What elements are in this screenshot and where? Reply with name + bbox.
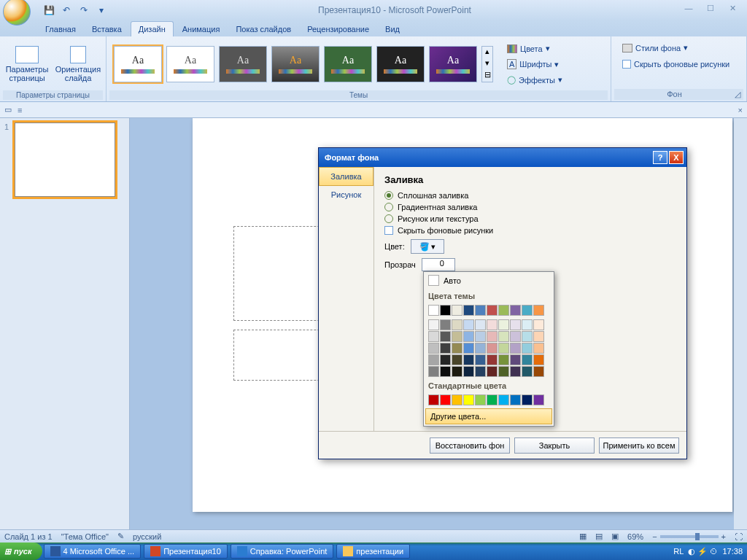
tab-animation[interactable]: Анимация bbox=[175, 22, 228, 36]
themes-next[interactable]: ▾ bbox=[482, 58, 492, 70]
color-swatch[interactable] bbox=[452, 366, 462, 377]
tab-design[interactable]: Дизайн bbox=[131, 21, 174, 36]
tab-home[interactable]: Главная bbox=[38, 22, 83, 36]
themes-more[interactable]: ⊟ bbox=[482, 70, 492, 82]
color-swatch[interactable] bbox=[428, 331, 439, 342]
color-swatch[interactable] bbox=[440, 319, 451, 330]
close-button[interactable]: ✕ bbox=[724, 4, 741, 17]
theme-fonts-button[interactable]: AШрифты ▾ bbox=[502, 57, 568, 71]
color-swatch[interactable] bbox=[452, 394, 462, 405]
theme-7[interactable]: Aa bbox=[429, 46, 477, 82]
start-button[interactable]: ⊞пуск bbox=[0, 542, 42, 560]
color-swatch[interactable] bbox=[510, 343, 521, 354]
color-swatch[interactable] bbox=[498, 394, 509, 405]
qat-customize-icon[interactable]: ▾ bbox=[93, 2, 109, 18]
task-help[interactable]: Справка: PowerPoint bbox=[231, 544, 334, 559]
color-swatch[interactable] bbox=[510, 354, 521, 365]
color-swatch[interactable] bbox=[533, 319, 544, 330]
qat-save-icon[interactable]: 💾 bbox=[41, 2, 57, 18]
color-swatch[interactable] bbox=[510, 394, 521, 405]
color-swatch[interactable] bbox=[533, 305, 544, 316]
color-dropdown[interactable]: 🪣▾ bbox=[411, 239, 444, 254]
color-swatch[interactable] bbox=[463, 394, 474, 405]
spellcheck-icon[interactable]: ✎ bbox=[117, 532, 124, 541]
color-swatch[interactable] bbox=[522, 319, 533, 330]
theme-5[interactable]: Aa bbox=[324, 46, 372, 82]
color-swatch[interactable] bbox=[522, 394, 533, 405]
color-swatch[interactable] bbox=[522, 354, 533, 365]
page-setup-button[interactable]: Параметры страницы bbox=[3, 46, 51, 82]
color-swatch[interactable] bbox=[487, 354, 498, 365]
theme-6[interactable]: Aa bbox=[376, 46, 425, 82]
color-swatch[interactable] bbox=[487, 331, 498, 342]
color-swatch[interactable] bbox=[533, 394, 544, 405]
color-swatch[interactable] bbox=[463, 331, 474, 342]
qat-undo-icon[interactable]: ↶ bbox=[58, 2, 74, 18]
color-swatch[interactable] bbox=[487, 305, 498, 316]
minimize-button[interactable]: — bbox=[680, 4, 697, 17]
color-swatch[interactable] bbox=[428, 354, 439, 365]
color-swatch[interactable] bbox=[475, 354, 486, 365]
theme-3[interactable]: Aa bbox=[219, 46, 267, 82]
color-swatch[interactable] bbox=[475, 366, 486, 377]
slides-tab-icon[interactable]: ▭ bbox=[4, 105, 12, 114]
color-swatch[interactable] bbox=[440, 394, 451, 405]
theme-office[interactable]: Aa bbox=[114, 46, 162, 82]
color-swatch[interactable] bbox=[452, 343, 462, 354]
tray-icons[interactable]: ◐ ⚡ ⏲ bbox=[688, 547, 718, 556]
qat-redo-icon[interactable]: ↷ bbox=[76, 2, 92, 18]
close-dialog-button[interactable]: Закрыть bbox=[514, 438, 595, 454]
tab-review[interactable]: Рецензирование bbox=[300, 22, 376, 36]
slide-thumbnail-1[interactable] bbox=[15, 122, 115, 197]
apply-all-button[interactable]: Применить ко всем bbox=[599, 438, 679, 454]
color-swatch[interactable] bbox=[533, 354, 544, 365]
radio-solid-fill[interactable]: Сплошная заливка bbox=[384, 191, 676, 200]
radio-picture-fill[interactable]: Рисунок или текстура bbox=[384, 214, 676, 223]
color-swatch[interactable] bbox=[533, 366, 544, 377]
color-swatch[interactable] bbox=[510, 305, 521, 316]
dialog-titlebar[interactable]: Формат фона ? X bbox=[319, 148, 686, 167]
dialog-tab-picture[interactable]: Рисунок bbox=[319, 186, 374, 203]
zoom-fit-icon[interactable]: ⛶ bbox=[735, 532, 743, 541]
view-slideshow-icon[interactable]: ▣ bbox=[611, 532, 619, 541]
color-swatch[interactable] bbox=[498, 319, 509, 330]
color-swatch[interactable] bbox=[428, 319, 439, 330]
color-swatch[interactable] bbox=[440, 305, 451, 316]
color-swatch[interactable] bbox=[463, 319, 474, 330]
reset-bg-button[interactable]: Восстановить фон bbox=[430, 438, 510, 454]
color-swatch[interactable] bbox=[487, 319, 498, 330]
task-folder[interactable]: презентации bbox=[336, 544, 410, 559]
color-swatch[interactable] bbox=[463, 366, 474, 377]
color-swatch[interactable] bbox=[498, 331, 509, 342]
color-swatch[interactable] bbox=[428, 394, 439, 405]
theme-effects-button[interactable]: ◯Эффекты ▾ bbox=[502, 73, 568, 87]
color-swatch[interactable] bbox=[440, 331, 451, 342]
dialog-help-button[interactable]: ? bbox=[653, 151, 667, 164]
color-swatch[interactable] bbox=[487, 394, 498, 405]
color-swatch[interactable] bbox=[440, 343, 451, 354]
theme-4[interactable]: Aa bbox=[271, 46, 320, 82]
color-swatch[interactable] bbox=[522, 305, 533, 316]
tab-slideshow[interactable]: Показ слайдов bbox=[228, 22, 298, 36]
color-swatch[interactable] bbox=[522, 366, 533, 377]
status-language[interactable]: русский bbox=[133, 532, 161, 541]
color-swatch[interactable] bbox=[440, 366, 451, 377]
color-swatch[interactable] bbox=[487, 366, 498, 377]
view-sorter-icon[interactable]: ▤ bbox=[595, 532, 603, 541]
zoom-slider[interactable] bbox=[660, 535, 719, 538]
zoom-value[interactable]: 69% bbox=[627, 532, 643, 541]
color-swatch[interactable] bbox=[475, 331, 486, 342]
color-swatch[interactable] bbox=[533, 331, 544, 342]
color-swatch[interactable] bbox=[475, 394, 486, 405]
task-word[interactable]: 4 Microsoft Office ... bbox=[44, 544, 142, 559]
vertical-scrollbar[interactable] bbox=[734, 118, 747, 529]
dialog-tab-fill[interactable]: Заливка bbox=[319, 167, 374, 186]
checkbox-hide-bg[interactable]: Скрыть фоновые рисунки bbox=[384, 226, 676, 235]
task-ppt[interactable]: Презентация10 bbox=[144, 544, 228, 559]
color-swatch[interactable] bbox=[510, 319, 521, 330]
color-swatch[interactable] bbox=[510, 366, 521, 377]
themes-prev[interactable]: ▴ bbox=[482, 47, 492, 58]
bg-styles-button[interactable]: Стили фона ▾ bbox=[617, 41, 693, 55]
color-swatch[interactable] bbox=[475, 319, 486, 330]
slide-orientation-button[interactable]: Ориентация слайда bbox=[54, 46, 102, 82]
